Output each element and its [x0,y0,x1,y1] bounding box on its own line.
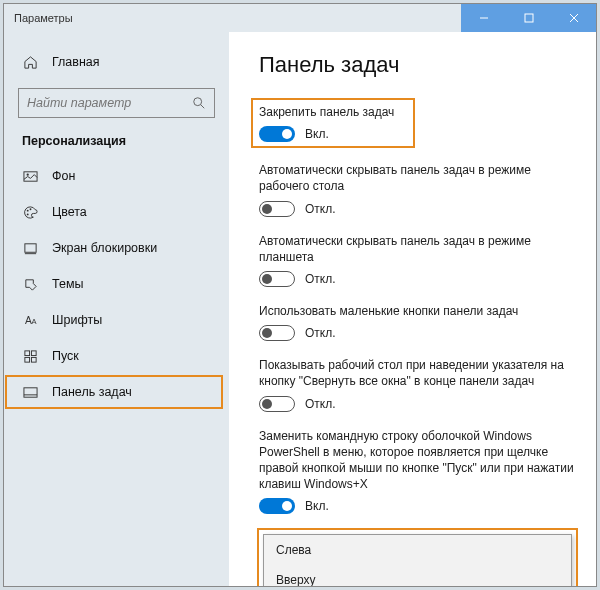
nav-home-label: Главная [52,55,100,69]
search-box[interactable] [18,88,215,118]
nav-home[interactable]: Главная [4,44,229,80]
sidebar-item-taskbar[interactable]: Панель задач [4,374,224,410]
toggle-state: Откл. [305,272,336,286]
svg-point-8 [26,209,28,211]
sidebar-item-fonts[interactable]: AA Шрифты [4,302,229,338]
svg-line-5 [201,105,205,109]
toggle-state: Вкл. [305,127,329,141]
titlebar: Параметры [4,4,596,32]
svg-rect-18 [31,357,36,362]
svg-point-4 [194,98,202,106]
svg-rect-17 [24,357,29,362]
search-icon [192,96,206,110]
sidebar-item-label: Шрифты [52,313,102,327]
sidebar-item-themes[interactable]: Темы [4,266,229,302]
sidebar: Главная Персонализация Фон Цвета Экран б… [4,32,229,586]
minimize-button[interactable] [461,4,506,32]
close-button[interactable] [551,4,596,32]
toggle-row: Откл. [259,396,576,412]
palette-icon [22,204,38,220]
sidebar-item-label: Экран блокировки [52,241,157,255]
home-icon [22,54,38,70]
toggle-switch[interactable] [259,396,295,412]
sidebar-item-colors[interactable]: Цвета [4,194,229,230]
svg-rect-19 [23,387,36,396]
toggle-row: Вкл. [259,498,576,514]
sidebar-item-label: Фон [52,169,75,183]
window-controls [461,4,596,32]
dropdown-option-top[interactable]: Вверху [264,565,571,586]
sidebar-section-title: Персонализация [4,128,229,158]
picture-icon [22,168,38,184]
sidebar-item-background[interactable]: Фон [4,158,229,194]
svg-rect-16 [31,350,36,355]
toggle-switch[interactable] [259,271,295,287]
toggle-state: Откл. [305,202,336,216]
setting-label: Автоматически скрывать панель задач в ре… [259,233,576,265]
toggle-row: Откл. [259,271,576,287]
fonts-icon: AA [22,312,38,328]
start-icon [22,348,38,364]
search-input[interactable] [27,96,187,110]
taskbar-icon [22,384,38,400]
toggle-state: Откл. [305,326,336,340]
dropdown-option-left[interactable]: Слева [264,535,571,565]
window-title: Параметры [4,12,73,24]
sidebar-item-label: Пуск [52,349,79,363]
toggle-switch[interactable] [259,126,295,142]
setting-lock-taskbar: Закрепить панель задач Вкл. [253,100,413,146]
setting-autohide-tablet: Автоматически скрывать панель задач в ре… [259,233,576,287]
svg-rect-6 [23,171,36,180]
maximize-button[interactable] [506,4,551,32]
setting-label: Показывать рабочий стол при наведении ук… [259,357,576,389]
sidebar-item-label: Панель задач [52,385,132,399]
sidebar-item-label: Цвета [52,205,87,219]
sidebar-item-lockscreen[interactable]: Экран блокировки [4,230,229,266]
settings-window: Параметры Главная Персонализация Фон Цве… [3,3,597,587]
toggle-state: Вкл. [305,499,329,513]
taskbar-position-dropdown: Слева Вверху Справа Внизу [259,530,576,586]
svg-point-7 [26,173,28,175]
svg-point-9 [29,208,31,210]
sidebar-item-start[interactable]: Пуск [4,338,229,374]
dropdown-list: Слева Вверху Справа Внизу [263,534,572,586]
svg-point-10 [26,213,28,215]
setting-powershell: Заменить командную строку оболочкой Wind… [259,428,576,515]
toggle-row: Откл. [259,325,576,341]
setting-autohide-desktop: Автоматически скрывать панель задач в ре… [259,162,576,216]
toggle-row: Откл. [259,201,576,217]
setting-label: Использовать маленькие кнопки панели зад… [259,303,576,319]
toggle-switch[interactable] [259,498,295,514]
setting-label: Закрепить панель задач [259,104,407,120]
setting-peek-desktop: Показывать рабочий стол при наведении ук… [259,357,576,411]
toggle-switch[interactable] [259,201,295,217]
svg-text:A: A [31,317,36,326]
svg-rect-11 [24,243,35,251]
content-area: Панель задач Закрепить панель задач Вкл.… [229,32,596,586]
toggle-state: Откл. [305,397,336,411]
lockscreen-icon [22,240,38,256]
page-title: Панель задач [259,52,576,78]
svg-rect-15 [24,350,29,355]
toggle-row: Вкл. [259,126,407,142]
setting-small-buttons: Использовать маленькие кнопки панели зад… [259,303,576,341]
toggle-switch[interactable] [259,325,295,341]
setting-label: Автоматически скрывать панель задач в ре… [259,162,576,194]
svg-rect-1 [525,14,533,22]
setting-label: Заменить командную строку оболочкой Wind… [259,428,576,493]
sidebar-item-label: Темы [52,277,83,291]
themes-icon [22,276,38,292]
